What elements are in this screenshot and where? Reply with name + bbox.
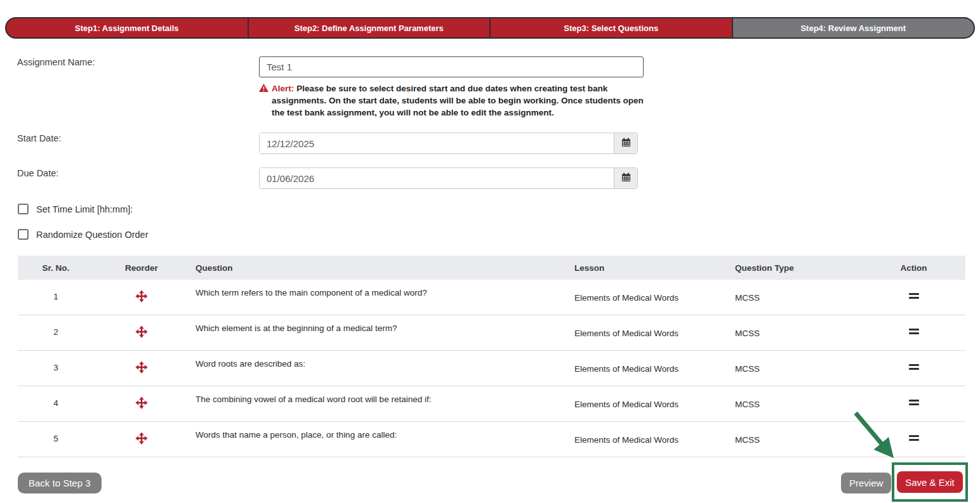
table-row: 1 Which term refers to the main componen… — [18, 280, 965, 315]
row-action-button[interactable] — [862, 280, 965, 315]
row-question-type: MCSS — [735, 386, 862, 421]
save-exit-button[interactable]: Save & Exit — [897, 471, 963, 493]
alert-label: Alert: — [272, 84, 294, 93]
tab-step1-assignment-details[interactable]: Step1: Assignment Details — [6, 18, 249, 37]
row-action-button[interactable] — [862, 315, 965, 350]
start-date-input[interactable] — [260, 133, 614, 154]
row-question: Which term refers to the main component … — [189, 280, 574, 315]
time-limit-checkbox[interactable] — [18, 204, 29, 214]
row-question-type: MCSS — [735, 315, 862, 350]
row-question-type: MCSS — [735, 422, 862, 457]
calendar-icon — [621, 138, 631, 150]
alert-text: Please be sure to select desired start a… — [272, 84, 644, 117]
table-row: 4 The combining vowel of a medical word … — [18, 386, 965, 422]
row-question-type: MCSS — [735, 280, 862, 315]
header-lesson: Lesson — [574, 263, 735, 273]
reorder-handle[interactable] — [94, 386, 189, 421]
row-lesson: Elements of Medical Words — [574, 280, 735, 315]
due-date-group — [259, 167, 638, 189]
header-sr-no: Sr. No. — [18, 263, 94, 273]
action-menu-icon — [909, 329, 919, 336]
tab-step3-select-questions[interactable]: Step3: Select Questions — [491, 18, 733, 37]
row-lesson: Elements of Medical Words — [574, 386, 735, 421]
header-question: Question — [189, 263, 574, 273]
header-action: Action — [862, 263, 965, 273]
due-date-label: Due Date: — [17, 168, 58, 178]
reorder-handle[interactable] — [94, 422, 189, 457]
move-icon — [135, 325, 149, 341]
row-action-button[interactable] — [862, 351, 965, 386]
alert-message: Alert:Please be sure to select desired s… — [259, 82, 649, 119]
action-menu-icon — [909, 435, 919, 443]
row-lesson: Elements of Medical Words — [574, 422, 735, 457]
row-action-button[interactable] — [862, 386, 965, 421]
randomize-order-label: Randomize Question Order — [36, 230, 149, 240]
table-header-row: Sr. No. Reorder Question Lesson Question… — [18, 256, 965, 280]
row-serial: 4 — [18, 386, 94, 421]
table-row: 3 Word roots are described as: Elements … — [18, 351, 965, 386]
due-date-input[interactable] — [260, 168, 614, 188]
save-exit-highlight-box: Save & Exit — [892, 462, 968, 502]
reorder-handle[interactable] — [94, 280, 189, 315]
calendar-icon — [621, 173, 631, 185]
header-question-type: Question Type — [735, 263, 862, 273]
start-date-calendar-button[interactable] — [614, 133, 637, 154]
tab-step2-define-parameters[interactable]: Step2: Define Assignment Parameters — [249, 18, 491, 37]
table-row: 5 Words that name a person, place, or th… — [18, 422, 965, 457]
header-reorder: Reorder — [94, 263, 189, 273]
action-menu-icon — [909, 400, 919, 407]
back-to-step3-button[interactable]: Back to Step 3 — [18, 473, 102, 493]
warning-triangle-icon — [259, 84, 268, 96]
row-question: Words that name a person, place, or thin… — [189, 422, 574, 457]
due-date-calendar-button[interactable] — [614, 168, 637, 188]
action-menu-icon — [909, 293, 919, 301]
assignment-name-input[interactable] — [259, 56, 644, 77]
row-lesson: Elements of Medical Words — [574, 315, 735, 350]
randomize-order-checkbox[interactable] — [18, 229, 29, 240]
preview-button[interactable]: Preview — [841, 473, 891, 493]
reorder-handle[interactable] — [94, 315, 189, 350]
start-date-label: Start Date: — [17, 133, 61, 143]
move-icon — [135, 431, 149, 447]
reorder-handle[interactable] — [94, 351, 189, 386]
row-serial: 2 — [18, 315, 94, 350]
row-question-type: MCSS — [735, 351, 862, 386]
questions-table: Sr. No. Reorder Question Lesson Question… — [18, 256, 965, 457]
assignment-review-page: Step1: Assignment Details Step2: Define … — [0, 0, 980, 503]
row-serial: 3 — [18, 351, 94, 386]
row-lesson: Elements of Medical Words — [574, 351, 735, 386]
row-serial: 1 — [18, 280, 94, 315]
move-icon — [135, 360, 149, 376]
table-body: 1 Which term refers to the main componen… — [18, 280, 965, 457]
time-limit-label: Set Time Limit [hh:mm]: — [36, 204, 133, 214]
row-serial: 5 — [18, 422, 94, 457]
row-question: The combining vowel of a medical word ro… — [189, 386, 574, 421]
action-menu-icon — [909, 364, 919, 372]
row-action-button[interactable] — [862, 422, 965, 457]
tab-step4-review-assignment[interactable]: Step4: Review Assignment — [733, 18, 974, 37]
row-question: Which element is at the beginning of a m… — [189, 315, 574, 350]
step-tabbar: Step1: Assignment Details Step2: Define … — [5, 17, 975, 39]
start-date-group — [259, 133, 638, 154]
move-icon — [135, 396, 149, 412]
assignment-name-label: Assignment Name: — [17, 57, 95, 67]
move-icon — [135, 289, 149, 305]
table-row: 2 Which element is at the beginning of a… — [18, 315, 965, 351]
row-question: Word roots are described as: — [189, 351, 574, 386]
